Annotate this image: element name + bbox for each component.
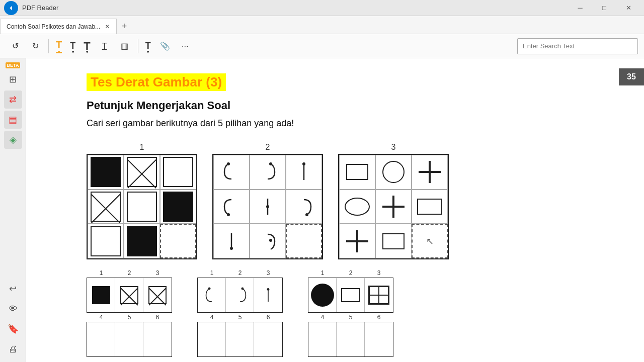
ans-line-dot [259,286,277,304]
divider-1 [48,39,49,53]
pdf-area[interactable]: 35 Tes Derat Gambar (3) Petunjuk Mengerj… [26,58,644,362]
undo-button[interactable]: ↺ [6,37,24,55]
ans3-num-5: 5 [337,314,365,321]
grid-cell-2-1 [88,190,124,224]
more-button[interactable]: ··· [176,37,194,55]
tab-pdf[interactable]: Contoh Soal Psikotes dan Jawab... ✕ [0,19,117,34]
curve-topright [257,161,279,183]
attach-button[interactable]: 📎 [156,37,174,55]
sidebar-bookmark-icon[interactable]: 🔖 [4,320,22,338]
grid4-cell-1 [369,287,379,295]
grid-2-cell-1-1 [213,155,250,190]
ans-curve-2 [231,286,249,304]
ans-x [120,286,138,304]
line-up-dot [220,230,243,252]
ans-num-2: 2 [115,269,143,277]
tab-close-button[interactable]: ✕ [103,23,111,31]
grid-2-cell-1-2 [250,155,286,190]
answer-group-2: 1 2 3 [197,269,283,357]
edit-text-button[interactable]: T ▾ [142,37,154,55]
stamp-button[interactable]: ▥ [116,37,134,55]
ans2-num-5: 5 [226,314,254,321]
answer-nums-3: 1 2 3 [308,269,393,277]
sidebar-grid-icon[interactable]: ⊞ [4,70,22,88]
grid-2: 2 [212,143,323,259]
ba-item-2-3 [254,278,282,312]
ans-curve-1 [203,286,221,304]
maximize-button[interactable]: □ [593,1,616,15]
back-button[interactable] [4,1,18,15]
grid-2-cell-2-3 [286,190,322,224]
ans2-num-3: 3 [254,269,282,277]
sidebar-print-icon[interactable]: 🖨 [4,340,22,358]
grid-2-cell-3-1 [213,224,250,258]
empty-square-2 [127,192,157,222]
grid4-cell-3 [369,295,379,304]
page-number-badge: 35 [619,68,644,85]
redo-button[interactable]: ↻ [26,37,44,55]
curve-topleft [220,161,243,183]
ans2-num-2: 2 [226,269,254,277]
ans3-num-3: 3 [365,269,393,277]
grid-2-box [212,154,323,259]
ans-black-circle [311,284,334,307]
sidebar-eye-icon[interactable]: 👁 [4,300,22,318]
sidebar-arrows-icon[interactable]: ⇄ [4,90,22,109]
ba-item-2-1 [198,278,226,312]
grid-2-number: 2 [266,143,270,152]
ba-item-2b-2 [226,322,254,356]
answer-items-2 [197,278,283,313]
text-button-1[interactable]: T ▾ [67,37,78,55]
grid-3-cell-1-3 [412,155,448,190]
stamp-icon: ▥ [121,41,128,51]
ans-rect [341,288,360,302]
ans-num-1: 1 [87,269,115,277]
svg-point-6 [266,205,269,208]
grid-cell-2-3 [160,190,196,224]
dropdown-arrow: ▾ [58,50,60,54]
answer-nums-2: 1 2 3 [198,269,282,277]
grid-cell-3-1 [88,224,124,258]
svg-point-1 [269,162,272,165]
ba-item-3b-2 [337,322,365,356]
ans3-num-4: 4 [308,314,337,321]
answer-items-3b [308,322,393,357]
grid-2-cell-3-3-dashed [286,224,322,258]
grid-1-number: 1 [140,143,144,152]
grid-3: 3 [338,143,449,259]
ba-item-1b-2 [115,322,143,356]
grid-2-cell-2-1 [213,190,250,224]
divider-2 [138,39,138,53]
grid-cell-1-1 [88,155,124,190]
grid-cell-2-2 [124,190,160,224]
ba-item-3-1 [308,278,337,312]
minimize-button[interactable]: ─ [569,1,592,15]
new-tab-button[interactable]: + [117,19,132,34]
x-shape-2 [91,192,121,222]
sidebar-send-icon[interactable]: ↩ [4,280,22,298]
underline-button[interactable]: T [96,37,114,55]
sidebar-stack-icon[interactable]: ▤ [4,111,22,129]
svg-point-9 [230,247,233,250]
highlight-text-button[interactable]: T ▾ [53,37,65,55]
grid-3-box: ↖ [338,154,449,259]
redo-icon: ↻ [32,41,39,51]
grid-cell-1-2 [124,155,160,190]
ba-item-3b-1 [308,322,337,356]
ba-item-1-2 [115,278,143,312]
ba-item-2b-3 [254,322,282,356]
ans-num-3: 3 [143,269,172,277]
svg-point-10 [269,239,272,242]
close-button[interactable]: ✕ [617,1,640,15]
text-button-2[interactable]: T ▾ [80,37,93,55]
search-input[interactable] [517,38,638,54]
sidebar-layers-icon[interactable]: ◈ [4,131,22,149]
window-controls: ─ □ ✕ [569,1,640,15]
ba-item-3-2 [337,278,365,312]
grid-3-cell-3-2 [375,224,412,258]
ba-item-1b-3 [143,322,172,356]
ans3-num-6: 6 [365,314,393,321]
dropdown-arrow-3: ▾ [86,50,88,54]
main-area: BETA ⊞ ⇄ ▤ ◈ ↩ 👁 🔖 🖨 35 Tes Derat Gambar… [0,58,644,362]
curve-right-dot [257,230,279,252]
